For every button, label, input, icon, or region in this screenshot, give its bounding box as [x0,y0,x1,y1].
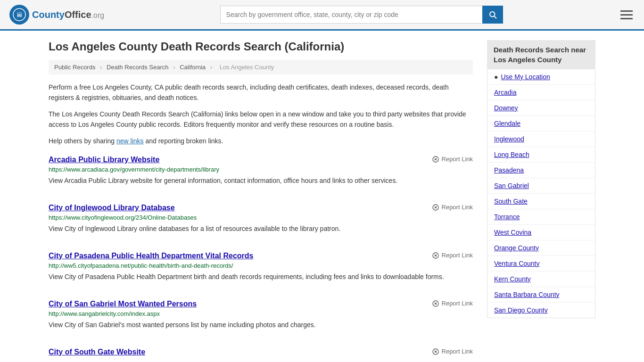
result-url-2[interactable]: https://www.cityofinglewood.org/234/Onli… [49,214,473,221]
location-icon: ● [494,73,498,81]
result-title-1[interactable]: Arcadia Public Library Website [49,156,159,164]
svg-text:🏛: 🏛 [17,11,23,18]
sidebar-item-orange-county[interactable]: Orange County [487,240,595,256]
report-icon [432,156,439,163]
result-desc-1: View Arcadia Public Library website for … [49,176,473,186]
sidebar-item-ventura-county[interactable]: Ventura County [487,256,595,272]
report-link-4[interactable]: Report Link [432,300,473,307]
sidebar-item-west-covina[interactable]: West Covina [487,225,595,240]
report-link-3[interactable]: Report Link [432,252,473,259]
sidebar-title: Death Records Search near Los Angeles Co… [487,40,595,69]
report-link-5[interactable]: Report Link [432,348,473,355]
search-input[interactable] [220,6,482,24]
logo-text: CountyOffice.org [32,9,104,20]
sidebar-item-san-gabriel[interactable]: San Gabriel [487,178,595,194]
result-url-3[interactable]: http://ww5.cityofpasadena.net/public-hea… [49,262,473,269]
menu-line [620,14,633,16]
intro-paragraph-1: Perform a free Los Angeles County, CA pu… [49,82,473,103]
result-title-5[interactable]: City of South Gate Website [49,348,145,356]
sidebar-item-south-gate[interactable]: South Gate [487,194,595,209]
report-icon [432,204,439,211]
menu-line [620,10,633,12]
search-icon [488,10,497,19]
breadcrumb: Public Records › Death Records Search › … [49,60,473,74]
result-url-1[interactable]: https://www.arcadiaca.gov/government/cit… [49,166,473,173]
sidebar-item-inglewood[interactable]: Inglewood [487,132,595,147]
result-title-4[interactable]: City of San Gabriel Most Wanted Persons [49,300,197,308]
new-links-link[interactable]: new links [116,137,144,145]
result-item: Arcadia Public Library Website Report Li… [49,156,473,190]
breadcrumb-public-records[interactable]: Public Records [54,64,95,71]
report-icon [432,300,439,307]
result-title-2[interactable]: City of Inglewood Library Database [49,204,175,212]
intro-paragraph-2: The Los Angeles County Death Records Sea… [49,109,473,130]
menu-button[interactable] [619,8,635,21]
sidebar-item-kern-county[interactable]: Kern County [487,272,595,287]
share-text: Help others by sharing new links and rep… [49,136,473,146]
result-item: City of Pasadena Public Health Departmen… [49,252,473,287]
results-list: Arcadia Public Library Website Report Li… [49,156,473,362]
report-icon [432,348,439,355]
svg-line-3 [494,16,496,18]
breadcrumb-death-records[interactable]: Death Records Search [107,64,169,71]
sidebar-item-santa-barbara-county[interactable]: Santa Barbara County [487,287,595,303]
result-item: City of Inglewood Library Database Repor… [49,204,473,239]
sidebar-item-arcadia[interactable]: Arcadia [487,85,595,100]
sidebar-item-glendale[interactable]: Glendale [487,116,595,132]
logo-icon: 🏛 [9,5,29,25]
sidebar-item-torrance[interactable]: Torrance [487,209,595,225]
report-link-2[interactable]: Report Link [432,204,473,211]
result-desc-3: View City of Pasadena Public Health Depa… [49,272,473,282]
result-item: City of South Gate Website Report Link [49,348,473,362]
report-icon [432,252,439,259]
breadcrumb-current: Los Angeles County [220,64,274,71]
result-desc-4: View City of San Gabriel's most wanted p… [49,320,473,330]
sidebar-use-location[interactable]: ● Use My Location [487,69,595,85]
result-url-4[interactable]: http://www.sangabrielcity.com/index.aspx [49,310,473,317]
menu-line [620,18,633,19]
result-item: City of San Gabriel Most Wanted Persons … [49,300,473,335]
report-link-1[interactable]: Report Link [432,156,473,163]
sidebar-item-pasadena[interactable]: Pasadena [487,163,595,178]
sidebar-list: ● Use My Location Arcadia Downey Glendal… [487,69,595,318]
page-title: Los Angeles County Death Records Search … [49,40,473,53]
logo[interactable]: 🏛 CountyOffice.org [9,5,104,25]
sidebar-item-downey[interactable]: Downey [487,100,595,116]
result-title-3[interactable]: City of Pasadena Public Health Departmen… [49,252,254,260]
use-location-text: Use My Location [501,73,550,81]
search-button[interactable] [482,6,503,24]
breadcrumb-california[interactable]: California [180,64,206,71]
sidebar-item-long-beach[interactable]: Long Beach [487,147,595,163]
sidebar-item-san-diego-county[interactable]: San Diego County [487,303,595,318]
result-desc-2: View City of Inglewood Library online da… [49,224,473,234]
